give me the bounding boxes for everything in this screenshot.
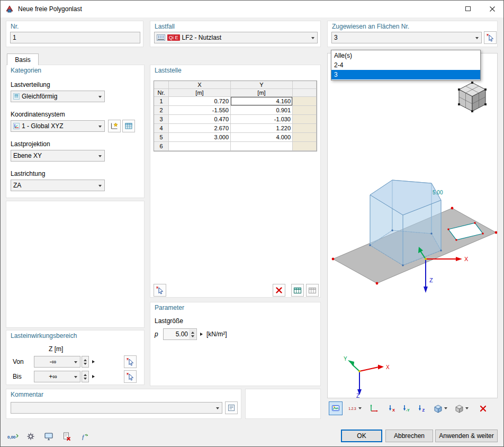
lastrichtung-select[interactable]: ZA [11, 180, 105, 191]
bis-pick-button[interactable] [124, 370, 137, 383]
cell-y[interactable]: -1.030 [231, 115, 293, 124]
formula-button[interactable]: ƒ [78, 430, 92, 443]
p-unit-flyout[interactable] [198, 328, 204, 340]
delete-icon [275, 287, 283, 294]
table-import-button[interactable] [291, 284, 304, 297]
graphics-settings-button[interactable] [329, 401, 343, 415]
config-button[interactable] [24, 430, 38, 443]
viewport-panel[interactable]: 5.00 X Z X Y [327, 53, 498, 398]
isometric-view-button[interactable] [430, 401, 451, 415]
comment-templates-button[interactable] [225, 401, 238, 414]
view-along-z-button[interactable]: Z [415, 401, 428, 415]
cell-x[interactable]: -1.550 [169, 106, 231, 115]
row-number[interactable]: 1 [154, 97, 169, 106]
arrow-right-icon [92, 375, 95, 378]
projection-mode-button[interactable] [452, 401, 472, 415]
new-coordinate-system-button[interactable] [108, 120, 121, 132]
load-value-label: 5.00 [433, 190, 443, 195]
svg-text:1.2.3: 1.2.3 [348, 407, 356, 410]
von-select[interactable]: -∞ [34, 356, 80, 368]
units-decimal-button[interactable]: 0,00 [6, 430, 20, 443]
cell-y-focused[interactable]: 4.160 [231, 97, 293, 106]
load-number-field[interactable]: 1 [10, 32, 140, 43]
cell-x[interactable]: 0.470 [169, 115, 231, 124]
von-pick-button[interactable] [124, 355, 137, 368]
p-spinner[interactable] [189, 329, 196, 339]
apply-and-next-button[interactable]: Anwenden & weiter [435, 430, 498, 442]
table-row: 2 -1.550 0.901 [154, 106, 317, 115]
maximize-button[interactable] [456, 1, 480, 17]
bis-select[interactable]: +∞ [34, 371, 80, 382]
close-button[interactable] [480, 1, 504, 17]
dropdown-item[interactable]: Alle(s) [331, 51, 480, 60]
table-row: 6 [154, 142, 317, 151]
cell-y[interactable]: 1.220 [231, 124, 293, 133]
view-along-x-button[interactable]: X [385, 401, 399, 415]
cell-x[interactable] [169, 142, 231, 151]
group-lasteinwirkungsbereich-title: Lasteinwirkungsbereich [11, 332, 77, 339]
load-case-icon [157, 34, 165, 41]
bis-label: Bis [13, 373, 22, 380]
bis-spinner[interactable] [82, 371, 89, 382]
chevron-down-icon [358, 407, 362, 409]
koordinatensystem-select[interactable]: 1 - Global XYZ [11, 120, 105, 132]
cell-x[interactable]: 2.670 [169, 124, 231, 133]
assigned-surfaces-dropdown[interactable]: Alle(s) 2-4 3 [331, 50, 481, 81]
navigation-cube[interactable] [458, 82, 487, 112]
spin-down-icon [191, 335, 194, 337]
ok-button[interactable]: OK [341, 430, 382, 442]
cell-x[interactable]: 0.720 [169, 97, 231, 106]
cell-y[interactable]: 4.000 [231, 133, 293, 142]
tab-basis[interactable]: Basis [7, 53, 39, 65]
clear-inputs-button[interactable] [60, 430, 74, 443]
koordinatensystem-value: 1 - Global XYZ [22, 122, 64, 130]
cell-y[interactable] [231, 142, 293, 151]
cancel-view-button[interactable] [476, 401, 490, 415]
dropdown-item[interactable]: 2-4 [331, 60, 480, 70]
axes-display-button[interactable] [367, 401, 381, 415]
table-export-button[interactable] [306, 284, 319, 297]
titlebar[interactable]: Neue freie Polygonlast [1, 1, 503, 17]
svg-text:X: X [386, 364, 390, 370]
edit-coordinate-system-button[interactable] [122, 120, 135, 132]
pick-points-button[interactable] [154, 284, 166, 297]
lastprojektion-select[interactable]: Ebene XY [11, 150, 105, 162]
cell-extra [293, 97, 317, 106]
bis-unit-flyout[interactable] [90, 371, 96, 382]
p-value: 5.00 [176, 330, 188, 338]
load-case-select[interactable]: Qi E LF2 - Nutzlast [154, 32, 318, 43]
graphics-settings-icon [331, 404, 340, 413]
row-number[interactable]: 3 [154, 115, 169, 124]
view-along-minus-y-button[interactable]: -Y [400, 401, 413, 415]
cancel-button[interactable]: Abbrechen [385, 430, 433, 442]
cell-x[interactable]: 3.000 [169, 133, 231, 142]
row-number[interactable]: 6 [154, 142, 169, 151]
3d-viewport[interactable]: 5.00 X Z X Y [328, 53, 498, 398]
von-unit-flyout[interactable] [90, 356, 96, 368]
lastverteilung-select[interactable]: Gleichförmig [11, 91, 105, 102]
kommentar-select[interactable] [11, 402, 222, 414]
select-surfaces-button[interactable] [484, 31, 497, 44]
assigned-surfaces-select[interactable]: 3 [331, 32, 482, 43]
cell-extra [293, 115, 317, 124]
numbering-icon: 1.2.3 [348, 404, 357, 413]
row-number[interactable]: 2 [154, 106, 169, 115]
show-in-window-button[interactable] [42, 430, 56, 443]
arrow-right-icon [92, 360, 95, 363]
delete-rows-button[interactable] [273, 284, 285, 297]
dropdown-item-selected[interactable]: 3 [331, 70, 480, 79]
row-number[interactable]: 4 [154, 124, 169, 133]
lastrichtung-value: ZA [13, 182, 21, 189]
p-value-field[interactable]: 5.00 [163, 328, 197, 340]
numbering-button[interactable]: 1.2.3 [345, 401, 365, 415]
table-export-icon [308, 286, 317, 294]
svg-text:Z: Z [429, 277, 433, 283]
von-spinner[interactable] [82, 356, 89, 368]
ok-button-label: OK [357, 432, 366, 440]
spin-down-icon [84, 363, 87, 365]
p-label: p [155, 330, 158, 338]
cell-y[interactable]: 0.901 [231, 106, 293, 115]
cell-extra [293, 124, 317, 133]
chevron-down-icon [98, 155, 102, 157]
row-number[interactable]: 5 [154, 133, 169, 142]
